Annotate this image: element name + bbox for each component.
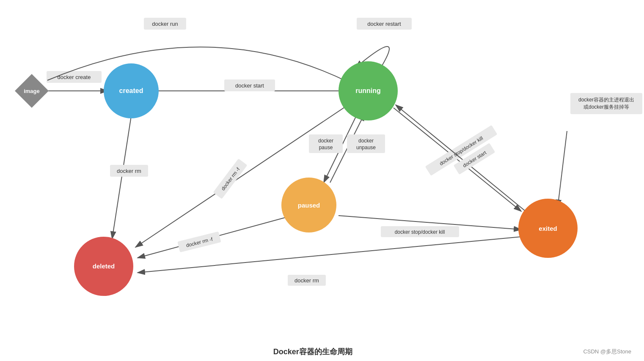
image-label: image (24, 88, 40, 94)
svg-text:docker: docker (318, 138, 333, 144)
created-label: created (119, 87, 143, 94)
svg-text:pause: pause (319, 145, 333, 150)
svg-text:docker: docker (358, 138, 374, 144)
running-label: running (355, 87, 381, 94)
diagram-container: docker create docker run docker start do… (0, 0, 644, 347)
svg-text:docker start: docker start (235, 82, 264, 89)
svg-text:或docker服务挂掉等: 或docker服务挂掉等 (583, 104, 629, 110)
footer: Docker容器的生命周期 CSDN @多思Stone (0, 347, 644, 357)
svg-rect-44 (570, 93, 642, 114)
svg-text:docker rm: docker rm (117, 168, 141, 174)
svg-text:docker容器的主进程退出: docker容器的主进程退出 (578, 97, 634, 103)
credit-text: CSDN @多思Stone (583, 348, 644, 356)
svg-text:docker restart: docker restart (367, 21, 401, 27)
paused-label: paused (298, 202, 320, 209)
svg-text:docker create: docker create (58, 74, 91, 80)
diagram-title: Docker容器的生命周期 (0, 347, 583, 357)
deleted-label: deleted (93, 263, 115, 270)
svg-text:docker rm: docker rm (294, 277, 319, 284)
svg-text:docker stop/docker kill: docker stop/docker kill (395, 229, 445, 235)
svg-text:docker run: docker run (152, 21, 178, 27)
exited-label: exited (539, 225, 557, 232)
svg-text:unpause: unpause (356, 145, 376, 150)
